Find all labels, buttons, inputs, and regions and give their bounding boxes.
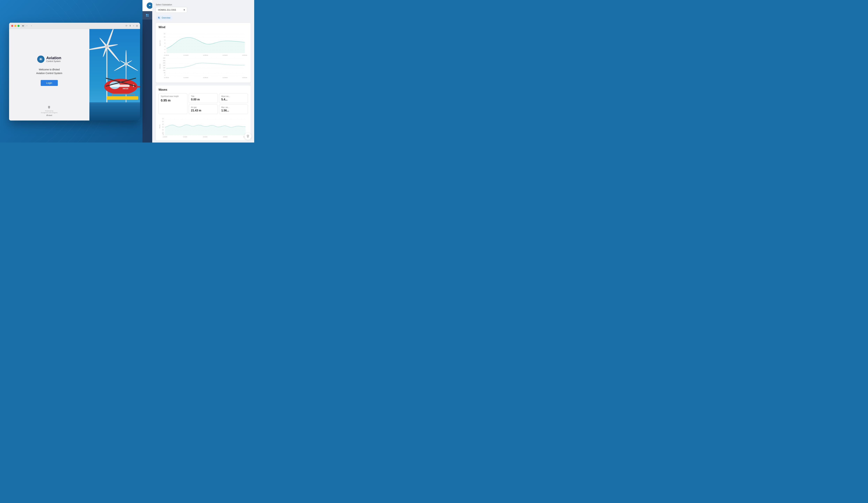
svg-text:4: 4 bbox=[164, 45, 165, 47]
svg-point-86 bbox=[125, 63, 127, 65]
traffic-light-green[interactable] bbox=[18, 25, 20, 27]
svg-text:6: 6 bbox=[164, 42, 165, 44]
login-button[interactable]: Login bbox=[41, 80, 58, 86]
svg-text:10: 10 bbox=[164, 36, 165, 38]
svg-text:12:30:00: 12:30:00 bbox=[223, 77, 227, 79]
browser-window: ‹ › ⟳ ⬆ + ⊞ bbox=[9, 23, 140, 121]
mean-wave-label: Mean wa... bbox=[221, 95, 246, 97]
svg-point-83 bbox=[125, 50, 126, 71]
air-gap-label: Air gap bbox=[191, 106, 215, 108]
svg-rect-100 bbox=[112, 94, 135, 94]
svg-rect-14 bbox=[158, 18, 159, 19]
sidebar-item-overview[interactable] bbox=[143, 11, 152, 20]
svg-text:0: 0 bbox=[163, 134, 164, 135]
svg-text:11:00:00: 11:00:00 bbox=[164, 77, 169, 79]
login-content: Aviation Control System Welcome to Ørste… bbox=[36, 36, 62, 105]
forward-button[interactable]: › bbox=[31, 24, 34, 28]
more-icon[interactable]: ⊞ bbox=[136, 24, 138, 27]
mean-wave-value: 5.4... bbox=[221, 98, 246, 101]
metric-mean-wave: Mean wa... 5.4... bbox=[219, 93, 248, 103]
svg-text:12:30:00: 12:30:00 bbox=[223, 54, 227, 56]
svg-text:200: 200 bbox=[163, 65, 165, 66]
svg-text:0.8: 0.8 bbox=[162, 126, 164, 128]
svg-text:1.0: 1.0 bbox=[162, 124, 164, 125]
split-view-button[interactable] bbox=[21, 24, 25, 28]
tide-label: Tide bbox=[191, 95, 215, 97]
share-icon[interactable]: ⬆ bbox=[129, 24, 131, 27]
metric-max-wave: Max. wa... 1.56... bbox=[219, 104, 248, 114]
reload-icon[interactable]: ⟳ bbox=[125, 24, 127, 27]
wind-chart: .grid-line { stroke: #e8e8e8; stroke-wid… bbox=[158, 31, 248, 80]
traffic-lights bbox=[11, 25, 20, 27]
helicopter-panel: AW169 bbox=[90, 29, 140, 121]
svg-text:12:00:00: 12:00:00 bbox=[203, 54, 208, 56]
svg-rect-107 bbox=[107, 96, 138, 100]
browser-body: Aviation Control System Welcome to Ørste… bbox=[9, 29, 140, 121]
login-logo-icon bbox=[37, 55, 44, 63]
substation-dropdown[interactable]: HOW01 Z11 OSS ▾ bbox=[156, 7, 187, 13]
welcome-text: Welcome to Ørsted Aviation Control Syste… bbox=[36, 68, 62, 75]
overview-tab-label: Overview bbox=[162, 17, 170, 19]
background-app-window: Aviation Control System Select Substatio… bbox=[143, 0, 254, 143]
svg-text:11:30:00: 11:30:00 bbox=[184, 54, 188, 56]
sig-wave-label: Significant wave height bbox=[161, 95, 185, 97]
svg-text:Hs (m): Hs (m) bbox=[159, 125, 161, 129]
max-wave-label: Max. wa... bbox=[221, 106, 246, 108]
login-logo: Aviation Control System bbox=[37, 55, 61, 63]
lightbulb-button[interactable] bbox=[245, 133, 251, 140]
svg-point-77 bbox=[40, 59, 41, 60]
svg-text:Speed m/s: Speed m/s bbox=[159, 40, 161, 46]
svg-rect-10 bbox=[146, 16, 147, 17]
svg-text:11:00:00: 11:00:00 bbox=[164, 54, 169, 56]
svg-text:12:00:00: 12:00:00 bbox=[203, 77, 208, 79]
substation-value: HOW01 Z11 OSS bbox=[158, 9, 176, 11]
air-gap-value: 21.43 m bbox=[191, 109, 215, 112]
svg-rect-75 bbox=[23, 25, 24, 27]
svg-rect-74 bbox=[22, 25, 23, 27]
app-sidebar bbox=[143, 11, 152, 143]
login-footer: Powered by Dungeons and Dragons Ørsted bbox=[41, 105, 58, 116]
svg-text:1.2: 1.2 bbox=[162, 121, 164, 122]
svg-text:11:30:00: 11:30:00 bbox=[183, 136, 187, 137]
tide-value: 0.00 m bbox=[191, 98, 215, 101]
svg-text:Direction: Direction bbox=[159, 64, 161, 69]
waves-chart: .wave-line { fill: none; stroke: #7dd4c8… bbox=[158, 117, 248, 138]
svg-rect-12 bbox=[158, 17, 159, 18]
waves-title: Waves bbox=[158, 88, 248, 91]
svg-text:100: 100 bbox=[163, 70, 165, 71]
footer-brand: Ørsted bbox=[46, 114, 52, 116]
svg-rect-15 bbox=[159, 18, 160, 19]
svg-text:8: 8 bbox=[164, 39, 165, 41]
browser-titlebar: ‹ › ⟳ ⬆ + ⊞ bbox=[9, 23, 140, 29]
svg-text:13:00:00: 13:00:00 bbox=[242, 77, 247, 79]
svg-text:0: 0 bbox=[164, 52, 165, 53]
svg-text:11:00:00: 11:00:00 bbox=[163, 136, 167, 137]
svg-text:1.4: 1.4 bbox=[162, 118, 164, 119]
svg-text:0: 0 bbox=[164, 74, 165, 76]
wind-section: Wind .grid-line { stroke: #e8e8e8; strok… bbox=[156, 23, 251, 83]
add-tab-icon[interactable]: + bbox=[133, 24, 134, 27]
login-panel: Aviation Control System Welcome to Ørste… bbox=[9, 29, 90, 121]
offshore-visual: AW169 bbox=[90, 29, 140, 121]
svg-text:11:30:00: 11:30:00 bbox=[184, 77, 188, 79]
overview-tab[interactable]: Overview bbox=[156, 16, 173, 20]
substation-label: Select Substation bbox=[156, 3, 251, 6]
back-button[interactable]: ‹ bbox=[27, 24, 30, 28]
svg-text:13:00:00: 13:00:00 bbox=[242, 54, 247, 56]
login-logo-title: Aviation bbox=[46, 56, 61, 60]
login-logo-text: Aviation Control System bbox=[46, 56, 61, 62]
svg-rect-9 bbox=[147, 14, 149, 16]
traffic-light-red[interactable] bbox=[11, 25, 13, 27]
svg-text:0.6: 0.6 bbox=[162, 129, 164, 131]
svg-text:350: 350 bbox=[163, 57, 165, 59]
metric-sig-wave-height: Significant wave height 0.95 m bbox=[158, 93, 187, 114]
svg-text:2: 2 bbox=[164, 49, 165, 50]
metric-tide: Tide 0.00 m bbox=[189, 93, 218, 103]
wind-title: Wind bbox=[158, 26, 248, 29]
svg-text:150: 150 bbox=[163, 67, 165, 69]
svg-rect-8 bbox=[146, 14, 147, 16]
traffic-light-yellow[interactable] bbox=[14, 25, 17, 27]
svg-text:300: 300 bbox=[163, 60, 165, 61]
svg-rect-11 bbox=[147, 16, 149, 17]
svg-text:12:30:00: 12:30:00 bbox=[223, 136, 227, 137]
